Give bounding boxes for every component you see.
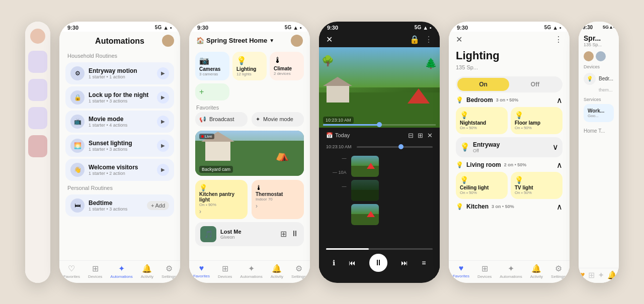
- timeline-bar[interactable]: [357, 146, 433, 148]
- nav-activity-icon[interactable]: 🔔: [607, 270, 617, 280]
- filter-icon[interactable]: ⊟: [408, 132, 414, 139]
- play-button[interactable]: ▶: [157, 67, 169, 79]
- nav-settings[interactable]: ⚙ Settings: [162, 264, 176, 279]
- status-icons: 5G ▲ ▪: [544, 25, 561, 31]
- bedroom-header: 💡 Bedroom 3 on • 50% ∧: [456, 95, 562, 105]
- forward-button[interactable]: ⏭: [401, 259, 408, 267]
- nav-favorites[interactable]: ♥ Favorites: [453, 264, 469, 279]
- kitchen-status: 3 on • 50%: [492, 204, 514, 209]
- close-timeline-icon[interactable]: ✕: [427, 132, 433, 139]
- ceiling-light-card[interactable]: 💡 Ceiling light On • 50%: [456, 172, 508, 199]
- nav-favorites[interactable]: ♥ Favorites: [193, 264, 210, 279]
- nav-automations[interactable]: ✦ Automations: [110, 264, 132, 279]
- movie-mode-card[interactable]: ✦ Movie mode: [252, 112, 304, 127]
- climate-card[interactable]: 🌡 Climate 2 devices: [270, 52, 304, 80]
- nav-settings[interactable]: ⚙ Settings: [551, 264, 566, 279]
- calendar-icon: 📅: [326, 132, 333, 139]
- pause-button[interactable]: ⏸: [369, 254, 387, 272]
- nav-automations[interactable]: ✦ Automations: [240, 264, 262, 279]
- nav-devices[interactable]: ⊞ Devices: [88, 264, 102, 279]
- info-button[interactable]: ℹ: [333, 259, 335, 267]
- play-button[interactable]: ▶: [157, 116, 169, 128]
- chevron-up-icon[interactable]: ∧: [556, 95, 562, 105]
- pause-icon[interactable]: ⏸: [291, 229, 299, 239]
- automation-sunset[interactable]: 🌅 Sunset lighting 1 starter • 3 actions …: [65, 135, 174, 157]
- auto-name: Sunset lighting: [89, 140, 153, 147]
- nightstand-card[interactable]: 💡 Nightstand On • 50%: [456, 107, 508, 134]
- light-bulb-icon: 💡: [515, 176, 558, 184]
- lighting-card[interactable]: 💡 Lighting 12 lights: [232, 52, 267, 80]
- close-button[interactable]: ✕: [326, 35, 333, 44]
- grid-icon[interactable]: ⊞: [418, 132, 423, 139]
- nav-devices[interactable]: ⊞ Devices: [218, 264, 232, 279]
- music-card[interactable]: 🎵 Lost Me Giveon ⊞ ⏸: [195, 222, 304, 246]
- timeline-position-dot: [398, 144, 404, 149]
- nav-automations[interactable]: ✦ Automations: [500, 264, 522, 279]
- thumbnail[interactable]: [351, 180, 379, 201]
- light-status: On • 50%: [515, 190, 558, 195]
- device-bedroom[interactable]: 💡 Bedr...: [584, 71, 614, 87]
- camera-header: ✕ 🔒 ⋮: [319, 32, 440, 47]
- rewind-button[interactable]: ⏮: [349, 259, 356, 267]
- automation-welcome[interactable]: 👋 Welcome visitors 1 starter • 2 action …: [65, 159, 174, 181]
- kitchen-header: 💡 Kitchen 3 on • 50% ∧: [456, 202, 562, 212]
- automations-icon: ✦: [248, 264, 255, 273]
- favorites-row: 📢 Broadcast ✦ Movie mode: [189, 112, 310, 127]
- playback-progress-bar[interactable]: [326, 248, 433, 250]
- entryway-section[interactable]: 💡 Entryway Off ∨: [456, 137, 562, 157]
- floor-lamp-card[interactable]: 💡 Floor lamp On • 50%: [511, 107, 562, 134]
- lighting-subtitle: 135 Sp...: [449, 64, 570, 73]
- more-button[interactable]: ⋮: [554, 35, 562, 44]
- automation-movie[interactable]: 📺 Movie mode 1 starter • 4 actions ▶: [65, 111, 174, 133]
- google-service-card[interactable]: Work... Goo...: [584, 104, 614, 122]
- card-sub: Indoor 70: [256, 197, 300, 201]
- nav-settings[interactable]: ⚙ Settings: [291, 264, 306, 279]
- card-name: Cameras: [199, 66, 225, 72]
- nav-devices[interactable]: ⊞ Devices: [477, 264, 492, 279]
- battery-icon: ▪: [559, 25, 561, 31]
- nav-label: Activity: [141, 274, 153, 279]
- light-name: Nightstand: [460, 120, 504, 126]
- nav-devices-icon[interactable]: ⊞: [588, 270, 595, 280]
- signal-icon: ▲: [293, 25, 298, 31]
- thumbnail[interactable]: [351, 156, 379, 177]
- thermostat-card[interactable]: 🌡 Thermostat Indoor 70 ›: [252, 180, 304, 219]
- more-card[interactable]: +: [195, 83, 229, 100]
- nav-activity[interactable]: 🔔 Activity: [271, 264, 283, 279]
- camera-roof: [323, 77, 352, 86]
- chevron-down-icon[interactable]: ∨: [552, 142, 558, 152]
- auto-name: Welcome visitors: [89, 164, 153, 171]
- thumbnail[interactable]: [351, 204, 379, 225]
- play-button[interactable]: ▶: [157, 164, 169, 176]
- automation-entryway[interactable]: ⚙ Entryway motion 1 starter • 1 action ▶: [65, 62, 174, 84]
- kitchen-pantry-card[interactable]: 💡 Kitchen pantry light On • 90% ›: [195, 180, 248, 219]
- nav-activity[interactable]: 🔔 Activity: [530, 264, 543, 279]
- more-icon[interactable]: ⋮: [425, 35, 433, 44]
- play-button[interactable]: ▶: [157, 140, 169, 152]
- kitchen-name: Kitchen: [466, 203, 489, 210]
- nav-activity[interactable]: 🔔 Activity: [141, 264, 153, 279]
- close-button[interactable]: ✕: [456, 35, 462, 44]
- nav-favorites[interactable]: ♡ Favorites: [63, 264, 80, 279]
- on-button[interactable]: On: [457, 78, 509, 91]
- broadcast-card[interactable]: 📢 Broadcast: [195, 112, 248, 127]
- play-button[interactable]: ▶: [157, 91, 169, 104]
- album-icon: ⊞: [280, 229, 287, 239]
- camera-feed[interactable]: ⛺ Live Backyard cam: [195, 131, 304, 176]
- automation-lock[interactable]: 🔒 Lock up for the night 1 starter • 3 ac…: [65, 86, 174, 109]
- chevron-up-icon[interactable]: ∧: [556, 202, 562, 212]
- nav-favorites-icon[interactable]: ♥: [580, 270, 585, 280]
- chevron-up-icon[interactable]: ∧: [556, 160, 562, 170]
- automation-bedtime[interactable]: 🛏 Bedtime 1 starter • 3 actions +Add: [65, 194, 174, 217]
- off-button[interactable]: Off: [509, 78, 561, 91]
- add-button[interactable]: +Add: [147, 201, 169, 210]
- living-room-section: 💡 Living room 2 on • 50% ∧ 💡 Ceiling lig…: [456, 160, 562, 199]
- services-section: Services Work... Goo...: [579, 95, 619, 126]
- light-status: On • 50%: [460, 126, 504, 130]
- menu-button[interactable]: ≡: [422, 259, 426, 267]
- card-sub: 12 lights: [236, 72, 263, 76]
- nav-automations-icon[interactable]: ✦: [598, 270, 604, 280]
- tv-light-card[interactable]: 💡 TV light On • 50%: [511, 172, 562, 199]
- camera-card[interactable]: 📷 Cameras 3 cameras: [195, 52, 229, 80]
- living-room-header: 💡 Living room 2 on • 50% ∧: [456, 160, 562, 170]
